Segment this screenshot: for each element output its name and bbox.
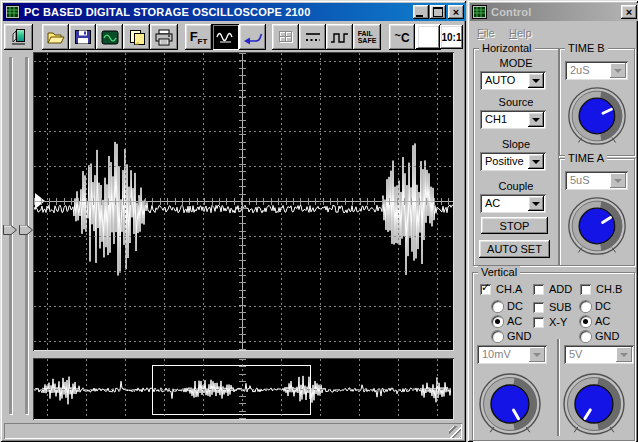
maximize-icon bbox=[433, 7, 443, 17]
print-button[interactable] bbox=[150, 24, 178, 50]
fft-label: FFT bbox=[190, 29, 208, 46]
control-close-icon: × bbox=[626, 7, 632, 17]
cha-scale-select[interactable]: 10mV bbox=[477, 345, 547, 364]
chb-ac-radio[interactable] bbox=[580, 316, 591, 327]
horizontal-group-label: Horizontal bbox=[479, 42, 535, 54]
copy-button[interactable] bbox=[123, 24, 150, 50]
control-close-button[interactable]: × bbox=[621, 5, 637, 19]
time-a-label: TIME A bbox=[565, 152, 607, 164]
time-a-knob[interactable] bbox=[566, 195, 628, 257]
close-button[interactable]: × bbox=[448, 5, 464, 19]
zoom-selection-rectangle[interactable] bbox=[152, 365, 311, 415]
grid-icon bbox=[277, 29, 295, 45]
dropdown-arrow-icon bbox=[529, 347, 545, 362]
chb-ac-label: AC bbox=[595, 315, 610, 327]
maximize-button[interactable] bbox=[430, 5, 446, 19]
resize-grip[interactable] bbox=[449, 426, 461, 438]
capture-button[interactable] bbox=[96, 24, 123, 50]
dropdown-arrow-icon bbox=[616, 347, 632, 362]
probe-c-button[interactable]: ~C bbox=[389, 24, 415, 50]
square-wave-button[interactable] bbox=[326, 24, 353, 50]
cha-gnd-label: GND bbox=[507, 330, 531, 342]
stop-button[interactable]: STOP bbox=[481, 217, 548, 234]
open-button[interactable] bbox=[42, 24, 69, 50]
grid-toggle-button[interactable] bbox=[272, 24, 299, 50]
dropdown-arrow-icon[interactable] bbox=[528, 154, 544, 169]
scope-screen-icon bbox=[101, 30, 119, 45]
time-b-group: TIME B 2uS bbox=[559, 48, 635, 156]
horizontal-group: Horizontal MODE AUTO Source CH1 Slope Po… bbox=[473, 48, 559, 266]
menu-file[interactable]: File bbox=[477, 27, 495, 39]
scope-graticule bbox=[34, 53, 453, 350]
cha-checkbox[interactable]: ✓ bbox=[480, 284, 491, 295]
chb-checkbox[interactable]: ✓ bbox=[580, 284, 591, 295]
minimize-button[interactable] bbox=[413, 5, 429, 19]
chb-scale-select[interactable]: 5V bbox=[564, 345, 634, 364]
control-titlebar[interactable]: Control × bbox=[470, 3, 638, 21]
control-title: Control bbox=[491, 6, 532, 18]
time-b-knob[interactable] bbox=[566, 85, 628, 147]
dropdown-arrow-icon[interactable] bbox=[528, 196, 544, 211]
cha-gain-knob[interactable] bbox=[477, 371, 543, 437]
menu-help[interactable]: Help bbox=[509, 27, 532, 39]
cha-ac-radio[interactable] bbox=[492, 316, 503, 327]
vertical-group-label: Vertical bbox=[478, 266, 520, 278]
slope-label: Slope bbox=[474, 138, 558, 150]
xy-checkbox[interactable]: ✓ bbox=[533, 317, 544, 328]
chb-dc-radio[interactable] bbox=[580, 301, 591, 312]
cha-position-slider-thumb[interactable] bbox=[3, 225, 17, 235]
couple-select[interactable]: AC bbox=[480, 194, 546, 213]
printer-icon bbox=[154, 29, 174, 46]
sub-checkbox[interactable]: ✓ bbox=[533, 302, 544, 313]
sub-checkbox-label: SUB bbox=[549, 301, 572, 313]
open-folder-icon bbox=[46, 29, 66, 45]
ratio-10-1-label-holder bbox=[417, 25, 440, 49]
waveform-mode-button[interactable] bbox=[212, 24, 239, 50]
chb-dc-label: DC bbox=[595, 300, 611, 312]
fail-safe-button[interactable]: FAILSAFE bbox=[353, 24, 381, 50]
chb-gnd-radio[interactable] bbox=[580, 331, 591, 342]
fail-safe-label: FAILSAFE bbox=[358, 30, 377, 44]
cha-dc-label: DC bbox=[507, 300, 523, 312]
exit-button[interactable] bbox=[4, 24, 33, 50]
sine-wave-icon bbox=[215, 28, 236, 46]
add-checkbox[interactable]: ✓ bbox=[533, 284, 544, 295]
chb-gain-knob[interactable] bbox=[561, 371, 627, 437]
mode-select[interactable]: AUTO bbox=[480, 71, 546, 90]
window-title: PC BASED DIGITAL STORAGE OSCILLOSCOPE 21… bbox=[24, 6, 311, 18]
square-wave-icon bbox=[330, 30, 350, 45]
chb-checkbox-label: CH.B bbox=[596, 283, 622, 295]
source-select[interactable]: CH1 bbox=[480, 110, 546, 129]
line-style-button[interactable] bbox=[299, 24, 326, 50]
overview-display bbox=[33, 358, 454, 420]
notes-icon bbox=[128, 29, 146, 46]
chb-position-slider-thumb[interactable] bbox=[19, 225, 33, 235]
status-bar bbox=[4, 423, 462, 439]
sweep-arrow-button[interactable] bbox=[239, 24, 266, 50]
time-b-select[interactable]: 2uS bbox=[565, 61, 628, 80]
ratio-10-1-button[interactable]: 10:1 bbox=[440, 25, 463, 49]
overview-graticule bbox=[34, 359, 453, 419]
main-titlebar[interactable]: PC BASED DIGITAL STORAGE OSCILLOSCOPE 21… bbox=[3, 3, 466, 21]
dropdown-arrow-icon bbox=[610, 63, 626, 78]
cha-dc-radio[interactable] bbox=[492, 301, 503, 312]
auto-set-button[interactable]: AUTO SET bbox=[479, 240, 550, 258]
blue-arrow-icon bbox=[243, 29, 263, 46]
cha-position-slider-track[interactable] bbox=[9, 57, 12, 414]
dropdown-arrow-icon[interactable] bbox=[528, 73, 544, 88]
fft-button[interactable]: FFT bbox=[185, 24, 212, 50]
save-button[interactable] bbox=[69, 24, 96, 50]
minimize-icon bbox=[416, 15, 423, 17]
chb-position-slider-track[interactable] bbox=[25, 57, 28, 414]
dropdown-arrow-icon[interactable] bbox=[528, 112, 544, 127]
app-icon bbox=[5, 5, 20, 19]
cha-checkbox-label: CH.A bbox=[496, 283, 522, 295]
control-icon bbox=[472, 5, 487, 19]
time-a-select[interactable]: 5uS bbox=[565, 171, 628, 190]
cha-gnd-radio[interactable] bbox=[492, 331, 503, 342]
close-icon: × bbox=[453, 7, 459, 17]
time-a-group: TIME A 5uS bbox=[559, 158, 635, 266]
slope-select[interactable]: Positive bbox=[480, 152, 546, 171]
exit-door-icon bbox=[8, 27, 30, 47]
screen: PC BASED DIGITAL STORAGE OSCILLOSCOPE 21… bbox=[0, 0, 638, 442]
